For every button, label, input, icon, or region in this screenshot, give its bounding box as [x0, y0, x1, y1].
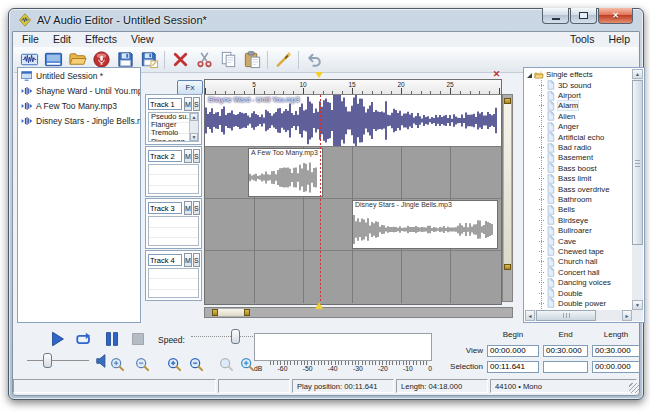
solo-button[interactable]: S [193, 253, 200, 267]
session-file-item[interactable]: Untitled Session * [18, 68, 140, 83]
session-file-item[interactable]: Disney Stars - Jingle Bells.mp3 [18, 113, 140, 128]
mute-button[interactable]: M [184, 149, 192, 163]
track-effects-list[interactable] [148, 164, 199, 194]
effects-horizontal-scrollbar[interactable]: ◄ ► [525, 310, 632, 321]
effect-item[interactable]: Bass boost [525, 163, 632, 173]
view-end-field[interactable] [543, 345, 588, 357]
scroll-up-button[interactable]: ▲ [632, 69, 643, 79]
audio-clip[interactable]: Disney Stars - Jingle Bells.mp3 [352, 200, 498, 249]
fx-button[interactable]: Fx [177, 80, 203, 95]
effects-scroll-thumb[interactable] [632, 80, 643, 245]
effects-list-scrollbar[interactable]: ▲ ▼ [189, 113, 198, 141]
scroll-right-button[interactable]: ► [622, 310, 632, 321]
volume-slider[interactable] [27, 353, 89, 368]
solo-button[interactable]: S [193, 201, 200, 215]
track-lane[interactable]: Disney Stars - Jingle Bells.mp3 [205, 199, 501, 251]
maximize-button[interactable] [570, 8, 597, 24]
menu-help[interactable]: Help [601, 33, 637, 45]
play-button[interactable] [49, 330, 69, 350]
view-begin-field[interactable] [487, 345, 539, 357]
zoom-in-amplitude-button[interactable] [109, 356, 126, 373]
scroll-down-button[interactable]: ▼ [632, 300, 643, 310]
titlebar[interactable]: AV Audio Editor - Untitled Session* ✕ [9, 9, 643, 31]
track-lane[interactable]: A Few Too Many.mp3 [205, 147, 501, 199]
effect-item[interactable]: Bathroom [525, 194, 632, 204]
track-effects-list[interactable] [148, 268, 199, 298]
effect-item[interactable]: Double power [525, 298, 632, 308]
session-file-item[interactable]: Shayne Ward - Until You.mp3 [18, 83, 140, 98]
selection-begin-field[interactable] [487, 361, 539, 373]
close-session-view-button[interactable]: ✕ [491, 68, 502, 79]
minimize-button[interactable] [542, 8, 569, 24]
effect-item[interactable]: Artificial echo [525, 132, 632, 142]
timeline-ruler[interactable]: 510152025 [205, 80, 501, 95]
effect-item[interactable]: Alien [525, 111, 632, 121]
scroll-up-button[interactable]: ▲ [190, 113, 198, 121]
track-name-field[interactable] [148, 254, 182, 266]
mute-button[interactable]: M [184, 97, 192, 111]
track-effects-list[interactable]: Pseudo su...FlangerTremoloPing pong ▲ ▼ [148, 112, 199, 142]
vertical-zoom-cap-top[interactable] [504, 98, 511, 104]
menu-edit[interactable]: Edit [46, 33, 78, 45]
effects-root-folder[interactable]: Single effects [525, 69, 632, 80]
effect-item[interactable]: Alarm [525, 101, 632, 111]
horizontal-scrollbar[interactable] [204, 307, 513, 318]
seek-position-marker[interactable] [315, 302, 323, 309]
effect-item[interactable]: Cave [525, 236, 632, 246]
resize-grip[interactable] [629, 383, 639, 393]
effect-item[interactable]: 3D sound [525, 80, 632, 90]
loop-button[interactable] [75, 330, 95, 350]
view-length-field[interactable] [592, 345, 640, 357]
effect-item[interactable]: Bad radio [525, 142, 632, 152]
track-effects-list[interactable] [148, 216, 199, 246]
stop-button[interactable] [129, 330, 149, 350]
effect-item[interactable]: Double [525, 288, 632, 298]
effect-item[interactable]: Church hall [525, 257, 632, 267]
effect-item[interactable]: Birdseye [525, 215, 632, 225]
zoom-selection-button[interactable] [218, 356, 235, 373]
effect-item[interactable]: Airport [525, 90, 632, 100]
zoom-in-button[interactable] [166, 356, 183, 373]
track-name-field[interactable] [148, 98, 182, 110]
session-file-item[interactable]: A Few Too Many.mp3 [18, 98, 140, 113]
mute-button[interactable]: M [184, 201, 192, 215]
effect-item[interactable]: Chewed tape [525, 246, 632, 256]
effects-vertical-scrollbar[interactable]: ▲ ▼ [632, 69, 643, 310]
scroll-left-button[interactable]: ◄ [525, 310, 535, 321]
track-name-field[interactable] [148, 150, 182, 162]
menu-effects[interactable]: Effects [78, 33, 124, 45]
effect-item[interactable]: Bullroarer [525, 225, 632, 235]
track-name-field[interactable] [148, 202, 182, 214]
effect-item[interactable]: Bells [525, 205, 632, 215]
play-position-marker[interactable] [315, 72, 323, 78]
scroll-down-button[interactable]: ▼ [190, 133, 198, 141]
effects-hscroll-thumb[interactable] [536, 310, 596, 321]
menu-file[interactable]: File [15, 33, 46, 45]
solo-button[interactable]: S [193, 97, 200, 111]
mute-button[interactable]: M [184, 253, 192, 267]
effect-item[interactable]: Bass limit [525, 174, 632, 184]
selection-length-field[interactable] [592, 361, 640, 373]
audio-clip[interactable]: A Few Too Many.mp3 [248, 148, 323, 197]
zoom-out-button[interactable] [188, 356, 205, 373]
menu-tools[interactable]: Tools [563, 33, 602, 45]
solo-button[interactable]: S [193, 149, 200, 163]
pause-button[interactable] [103, 330, 123, 350]
effect-item[interactable]: Anger [525, 122, 632, 132]
vertical-zoom-cap-bottom[interactable] [504, 264, 511, 270]
track-lane[interactable]: Shayne Ward - Until You.mp3 [205, 95, 501, 147]
track-lane[interactable] [205, 251, 501, 303]
speed-slider[interactable] [191, 329, 259, 344]
vertical-zoom-thumb[interactable] [504, 98, 511, 270]
close-button[interactable]: ✕ [598, 8, 633, 24]
volume-slider-thumb[interactable] [43, 353, 52, 368]
selection-end-field[interactable] [543, 361, 588, 373]
vertical-zoom-slider[interactable] [502, 94, 513, 302]
horizontal-scroll-cap-right[interactable] [244, 309, 250, 316]
tree-expander-icon[interactable] [527, 73, 532, 78]
effect-item[interactable]: Dancing voices [525, 277, 632, 287]
speed-slider-thumb[interactable] [231, 329, 240, 344]
zoom-out-amplitude-button[interactable] [134, 356, 151, 373]
effect-item[interactable]: Basement [525, 153, 632, 163]
effect-item[interactable]: Bass overdrive [525, 184, 632, 194]
